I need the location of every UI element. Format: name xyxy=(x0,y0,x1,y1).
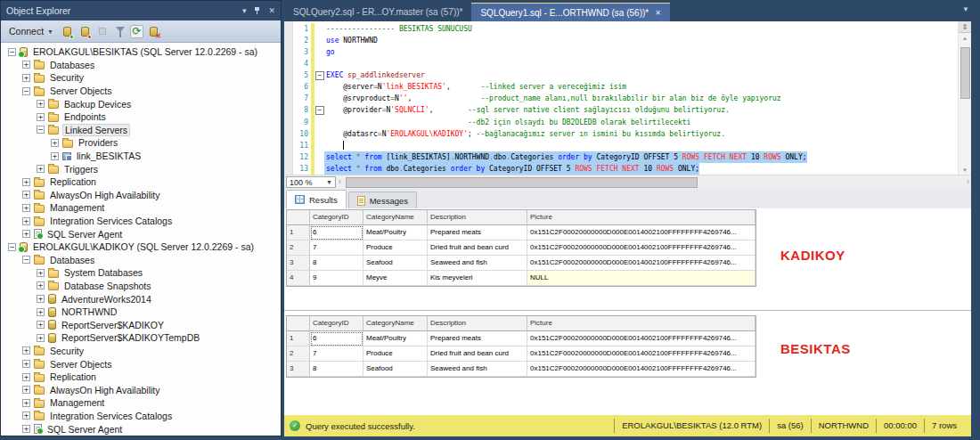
grid-cell[interactable]: 0x151C2F00020000000D000E0014002100FFFFFF… xyxy=(527,225,755,240)
tab-results[interactable]: Results xyxy=(286,190,347,208)
grid-cell[interactable]: Prepared meats xyxy=(428,225,527,240)
tree-item[interactable]: +Integration Services Catalogs xyxy=(1,410,281,423)
grid-cell[interactable]: 0x151C2F00020000000D000E0014002100FFFFFF… xyxy=(527,240,755,256)
expand-toggle[interactable]: + xyxy=(37,308,45,316)
grid-cell[interactable]: Produce xyxy=(363,240,428,256)
expand-toggle[interactable]: + xyxy=(22,191,30,199)
grid-column-header[interactable]: CategoryName xyxy=(363,210,428,225)
grid-cell[interactable]: 0x151C2F00020000000D000E0014002100FFFFFF… xyxy=(527,331,755,346)
tree-item[interactable]: +AdventureWorks2014 xyxy=(1,292,281,306)
tree-item[interactable]: +ReportServer$KADIKOY xyxy=(1,318,281,331)
grid-column-header[interactable]: Description xyxy=(428,316,527,331)
document-list-dropdown-icon[interactable]: ▼ xyxy=(962,5,969,13)
stop-icon[interactable] xyxy=(94,24,110,39)
grid-column-header[interactable]: Picture xyxy=(527,210,755,225)
grid-row-number[interactable]: 3 xyxy=(287,362,310,377)
grid-row-number[interactable]: 2 xyxy=(287,346,310,362)
tree-item[interactable]: +Providers xyxy=(1,136,281,150)
grid-cell[interactable]: 0x151C2F00020000000D000E0014002100FFFFFF… xyxy=(527,256,755,271)
grid-cell[interactable]: Kis meyveleri xyxy=(428,271,527,286)
grid-cell[interactable]: Meat/Poultry xyxy=(363,331,428,346)
grid-cell[interactable]: Seafood xyxy=(363,362,428,377)
grid-cell[interactable]: 9 xyxy=(310,271,363,286)
tree-item[interactable]: +AlwaysOn High Availability xyxy=(1,383,281,396)
expand-toggle[interactable]: + xyxy=(22,346,30,354)
refresh-icon[interactable]: ⟳ xyxy=(130,25,143,38)
window-position-menu-icon[interactable]: ▾ xyxy=(242,7,247,15)
grid-column-header[interactable]: CategoryID xyxy=(310,210,363,225)
expand-toggle[interactable]: + xyxy=(37,100,45,108)
collapse-toggle[interactable] xyxy=(314,104,324,116)
grid-row-number[interactable]: 3 xyxy=(287,256,310,271)
editor-horizontal-scrollbar[interactable] xyxy=(344,177,964,188)
tree-item[interactable]: +Endpoints xyxy=(1,110,281,124)
expand-toggle[interactable]: + xyxy=(22,411,30,420)
disconnect-server-icon[interactable] xyxy=(77,24,93,39)
expand-toggle[interactable]: − xyxy=(22,256,30,264)
tree-item[interactable]: −EROLAKGUL\KADIKOY (SQL Server 12.0.2269… xyxy=(1,240,281,254)
scroll-left-icon[interactable]: ‹ xyxy=(339,178,341,186)
tree-item[interactable]: +Database Snapshots xyxy=(1,280,281,293)
grid-column-header[interactable]: CategoryName xyxy=(363,316,428,331)
grid-row-number[interactable]: 4 xyxy=(287,271,310,286)
tree-item[interactable]: +Management xyxy=(1,201,281,215)
expand-toggle[interactable]: + xyxy=(37,321,45,329)
sql-editor[interactable]: 1---------------- BESIKTAS SUNUCUSU2use … xyxy=(284,21,958,175)
expand-toggle[interactable]: − xyxy=(8,243,16,251)
tree-item[interactable]: −Linked Servers xyxy=(1,124,281,137)
collapse-toggle[interactable] xyxy=(314,69,324,81)
expand-toggle[interactable]: + xyxy=(22,230,30,238)
scroll-up-icon[interactable]: ▲ xyxy=(959,36,971,41)
tree-item[interactable]: +Backup Devices xyxy=(1,97,281,110)
grid-cell[interactable]: 8 xyxy=(310,256,363,271)
tree-item[interactable]: +link_BESIKTAS xyxy=(1,150,281,163)
tab-messages[interactable]: Messages xyxy=(348,191,417,208)
grid-cell[interactable]: Seafood xyxy=(363,256,428,271)
grid-cell[interactable]: 0x151C2F00020000000D000E0014002100FFFFFF… xyxy=(527,362,755,377)
pin-icon[interactable] xyxy=(254,7,260,14)
expand-toggle[interactable]: + xyxy=(22,204,30,212)
grid-cell[interactable]: Meat/Poultry xyxy=(363,225,428,240)
tree-item[interactable]: −Databases xyxy=(1,254,281,267)
expand-toggle[interactable]: + xyxy=(37,165,45,173)
grid-column-header[interactable]: Description xyxy=(428,210,527,225)
expand-toggle[interactable]: + xyxy=(22,217,30,225)
tree-item[interactable]: +Security xyxy=(1,71,281,85)
close-icon[interactable]: ✕ xyxy=(268,7,275,15)
vertical-scroll-thumb[interactable] xyxy=(960,47,970,99)
tree-item[interactable]: +Replication xyxy=(1,175,281,189)
tree-item[interactable]: +Server Objects xyxy=(1,357,281,371)
expand-toggle[interactable]: + xyxy=(22,360,30,368)
tab-sqlquery2[interactable]: SQLQuery2.sql - ER...OY.master (sa (57))… xyxy=(284,3,471,21)
tree-item[interactable]: +SQL Server Agent xyxy=(1,227,281,240)
expand-toggle[interactable]: + xyxy=(37,281,45,289)
expand-toggle[interactable]: − xyxy=(8,48,16,56)
grid-row-number[interactable]: 1 xyxy=(287,331,310,346)
scroll-right-icon[interactable]: › xyxy=(967,178,969,186)
tree-item[interactable]: +Integration Services Catalogs xyxy=(1,215,281,228)
expand-toggle[interactable]: + xyxy=(37,113,45,121)
grid-cell[interactable]: Dried fruit and bean curd xyxy=(428,346,527,362)
expand-toggle[interactable]: + xyxy=(22,61,30,69)
split-editor-handle[interactable]: ⇕ xyxy=(959,21,971,33)
filter-icon[interactable] xyxy=(112,24,128,39)
expand-toggle[interactable]: + xyxy=(51,139,59,147)
grid-row-number[interactable]: 2 xyxy=(287,240,310,256)
grid-cell[interactable]: Seaweed and fish xyxy=(428,256,527,271)
grid-cell[interactable]: Seaweed and fish xyxy=(428,362,527,377)
grid-column-header[interactable]: CategoryID xyxy=(310,316,363,331)
expand-toggle[interactable]: − xyxy=(37,126,45,134)
expand-toggle[interactable]: + xyxy=(51,152,59,160)
connect-server-icon[interactable] xyxy=(59,24,75,39)
grid-cell[interactable]: 7 xyxy=(310,346,363,362)
connect-button[interactable]: Connect ▼ xyxy=(5,24,57,38)
grid-column-header[interactable]: Picture xyxy=(527,316,755,331)
grid-cell[interactable]: Produce xyxy=(363,346,428,362)
grid-cell[interactable]: 6 xyxy=(310,225,363,240)
tree-item[interactable]: +Security xyxy=(1,345,281,358)
tree-item[interactable]: −Server Objects xyxy=(1,85,281,98)
tree-item[interactable]: +ReportServer$KADIKOYTempDB xyxy=(1,331,281,345)
grid-corner-cell[interactable] xyxy=(287,316,310,331)
tab-close-icon[interactable]: ✕ xyxy=(655,9,661,17)
zoom-select[interactable]: 100 % ▼ xyxy=(286,176,336,188)
